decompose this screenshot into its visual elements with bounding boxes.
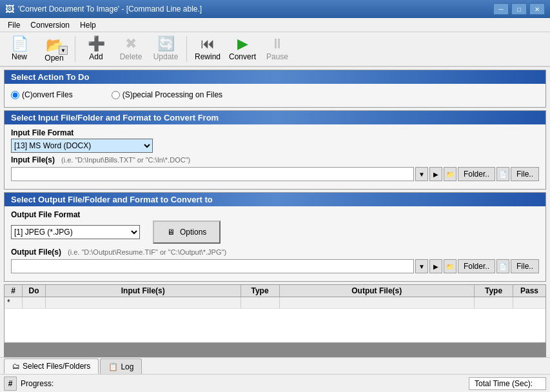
title-bar: 🖼 'Convert Document To Image' - [Command… [0,0,550,18]
new-icon: 📄 [11,37,28,51]
output-folder-button[interactable]: Folder.. [458,259,495,273]
options-icon: 🖥 [167,228,175,237]
file-table: # Do Input File(s) Type Output File(s) T… [4,284,546,343]
rewind-icon: ⏮ [201,37,215,51]
input-format-select[interactable]: [13] MS Word (DOCX) [11,139,153,153]
pause-label: Pause [266,52,288,61]
output-file-button[interactable]: File.. [511,259,539,273]
input-file-row: ▼ ▶ 📁 Folder.. 📄 File.. [11,167,539,181]
add-button[interactable]: ➕ Add [79,34,113,64]
new-button[interactable]: 📄 New [3,34,36,64]
input-format-row: [13] MS Word (DOCX) [11,139,539,153]
maximize-button[interactable]: □ [511,3,527,15]
output-section-header: Select Output File/Folder and Format to … [5,193,545,206]
convert-icon: ▶ [237,37,248,51]
special-processing-option[interactable]: (S)pecial Processing on Files [112,90,222,99]
special-processing-radio[interactable] [112,91,120,99]
output-file-row: ▼ ▶ 📁 Folder.. 📄 File.. [11,259,539,273]
output-file-input[interactable] [11,259,414,273]
output-format-select[interactable]: [1] JPEG (*.JPG) [11,225,140,239]
minimize-button[interactable]: ─ [493,3,509,15]
convert-label: Convert [229,52,256,61]
row-input [46,297,241,308]
title-text: 'Convert Document To Image' - [Command L… [18,5,493,14]
action-section: Select Action To Do (C)onvert Files (S)p… [4,70,546,108]
row-do [23,297,46,308]
convert-files-option[interactable]: (C)onvert Files [11,90,73,99]
input-format-label: Input File Format [11,128,539,137]
input-file-input[interactable] [11,167,414,181]
options-label: Options [180,228,206,237]
app-icon: 🖼 [5,4,14,14]
menu-file[interactable]: File [3,19,25,31]
output-play-btn[interactable]: ▶ [429,259,442,273]
action-radio-group: (C)onvert Files (S)pecial Processing on … [11,88,539,102]
pause-icon: ⏸ [270,37,284,51]
main-content: Select Action To Do (C)onvert Files (S)p… [0,67,550,392]
input-folder-browse-icon[interactable]: 📁 [444,167,457,181]
close-button[interactable]: ✕ [529,3,545,15]
output-file-browse-icon[interactable]: 📄 [496,259,509,273]
output-file-label-row: Output File(s) (i.e. "D:\Output\Resume.T… [11,248,539,258]
table-row[interactable]: * [5,297,545,309]
progress-label: Progress: [21,379,54,388]
input-section-header: Select Input File/Folder and Format to C… [5,111,545,124]
add-icon: ➕ [88,37,105,51]
output-section: Select Output File/Folder and Format to … [4,192,546,282]
rewind-label: Rewind [195,52,221,61]
convert-files-radio[interactable] [11,91,19,99]
convert-button[interactable]: ▶ Convert [226,34,259,64]
menu-bar: File Conversion Help [0,18,550,32]
new-label: New [12,52,27,61]
output-file-label: Output File(s) [11,248,61,257]
input-file-label: Input File(s) [11,155,55,164]
update-button[interactable]: 🔄 Update [149,34,182,64]
action-section-header: Select Action To Do [5,70,545,84]
status-hash: # [4,377,17,391]
separator-1 [75,36,75,62]
col-type-out: Type [475,285,513,297]
pause-button[interactable]: ⏸ Pause [260,34,294,64]
row-type [241,297,280,308]
output-combo-arrow[interactable]: ▼ [415,259,428,273]
tab-files[interactable]: 🗂 Select Files/Folders [4,358,99,374]
update-label: Update [153,52,179,61]
log-tab-icon: 📋 [108,362,118,371]
table-header: # Do Input File(s) Type Output File(s) T… [5,285,545,297]
delete-button[interactable]: ✖ Delete [114,34,148,64]
input-section-body: Input File Format [13] MS Word (DOCX) In… [5,124,545,189]
col-pass: Pass [513,285,545,297]
input-folder-button[interactable]: Folder.. [458,167,495,181]
menu-help[interactable]: Help [75,19,101,31]
col-input: Input File(s) [46,285,241,297]
input-file-button[interactable]: File.. [511,167,539,181]
table-body: * [5,297,545,342]
input-section: Select Input File/Folder and Format to C… [4,110,546,190]
col-output: Output File(s) [280,285,475,297]
output-format-row: [1] JPEG (*.JPG) 🖥 Options [11,220,539,244]
input-file-label-row: Input File(s) (i.e. "D:\Input\Bills.TXT"… [11,155,539,166]
open-label: Open [44,54,63,63]
col-do: Do [23,285,46,297]
input-file-browse-icon[interactable]: 📄 [496,167,509,181]
output-section-body: Output File Format [1] JPEG (*.JPG) 🖥 Op… [5,206,545,281]
log-tab-label: Log [121,362,133,371]
files-tab-icon: 🗂 [12,362,20,371]
menu-conversion[interactable]: Conversion [25,19,75,31]
tab-log[interactable]: 📋 Log [100,358,142,374]
add-label: Add [89,52,103,61]
rewind-button[interactable]: ⏮ Rewind [191,34,224,64]
row-num: * [5,297,23,308]
update-icon: 🔄 [157,37,175,51]
options-button[interactable]: 🖥 Options [153,220,221,244]
toolbar: 📄 New 📂 Open ▼ ➕ Add ✖ Delete 🔄 Update ⏮… [0,32,550,67]
status-progress: Progress: [21,379,469,388]
input-combo-arrow[interactable]: ▼ [415,167,428,181]
status-bar: # Progress: Total Time (Sec): [0,374,550,392]
convert-files-label: (C)onvert Files [22,90,73,99]
input-play-btn[interactable]: ▶ [429,167,442,181]
output-folder-browse-icon[interactable]: 📁 [444,259,457,273]
open-button[interactable]: 📂 Open ▼ [37,34,71,64]
open-dropdown-arrow[interactable]: ▼ [59,46,68,55]
col-num: # [5,285,23,297]
